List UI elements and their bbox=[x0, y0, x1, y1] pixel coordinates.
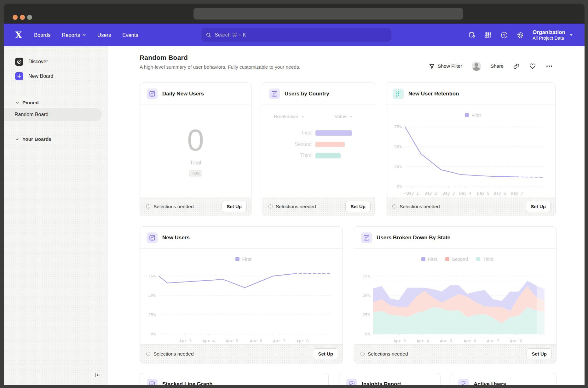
window-controls bbox=[13, 15, 32, 20]
svg-text:Day 6: Day 6 bbox=[494, 191, 506, 196]
sidebar-item-random-board[interactable]: Random Board bbox=[4, 108, 101, 121]
legend-swatch bbox=[476, 257, 480, 261]
breakdown-dropdown[interactable]: Breakdown bbox=[274, 114, 304, 119]
card-title: New Users bbox=[162, 235, 190, 241]
chevron-down-icon bbox=[15, 137, 19, 141]
share-button[interactable]: Share bbox=[491, 63, 504, 69]
svg-text:0%: 0% bbox=[397, 184, 402, 189]
line-chart-icon bbox=[147, 232, 158, 243]
set-up-button[interactable]: Set Up bbox=[527, 348, 552, 359]
svg-text:Day 5: Day 5 bbox=[477, 191, 489, 196]
status-ring-icon bbox=[146, 352, 150, 356]
svg-text:0%: 0% bbox=[365, 332, 370, 336]
new-users-line-chart: 75%50%25%0%Apr 3Apr 4Apr 5Apr 6Apr 7Apr … bbox=[144, 262, 337, 345]
org-switcher[interactable]: Organization All Project Data bbox=[533, 29, 573, 41]
window-minimize-button[interactable] bbox=[20, 15, 25, 20]
svg-text:Apr 8: Apr 8 bbox=[510, 339, 522, 343]
mixpanel-logo[interactable]: X bbox=[14, 30, 23, 40]
retention-line-chart: 75%50%25%0%<Day 1Day 2Day 3Day 4Day 5Day… bbox=[390, 118, 550, 197]
status-ring-icon bbox=[360, 352, 365, 356]
avatar[interactable] bbox=[472, 61, 481, 71]
svg-text:Day 1: Day 1 bbox=[406, 191, 419, 196]
svg-text:75%: 75% bbox=[395, 124, 402, 129]
apps-grid-icon[interactable] bbox=[484, 31, 492, 39]
country-row: Third bbox=[262, 153, 375, 158]
value-dropdown[interactable]: Value bbox=[335, 114, 353, 119]
collapse-sidebar-icon[interactable] bbox=[93, 371, 101, 379]
svg-text:Day 7: Day 7 bbox=[511, 191, 523, 196]
sidebar-item-new-board[interactable]: New Board bbox=[15, 69, 108, 83]
svg-text:?: ? bbox=[503, 33, 505, 37]
org-project-scope: All Project Data bbox=[533, 36, 565, 41]
svg-text:Apr 7: Apr 7 bbox=[273, 339, 285, 343]
status-selections-needed: Selections needed bbox=[392, 204, 440, 209]
data-management-icon[interactable] bbox=[468, 31, 476, 39]
legend-swatch bbox=[235, 257, 239, 261]
nav-item-events[interactable]: Events bbox=[122, 32, 138, 38]
card-new-users: New Users First 75%50%25%0%Apr 3Apr 4Apr… bbox=[140, 226, 343, 363]
svg-text:Apr 6: Apr 6 bbox=[464, 339, 476, 343]
browser-window: X Boards Reports Users Events bbox=[4, 4, 585, 385]
card-title: Users Broken Down By State bbox=[377, 235, 450, 241]
window-zoom-button[interactable] bbox=[27, 15, 32, 20]
nav-item-boards[interactable]: Boards bbox=[34, 32, 50, 38]
svg-text:Day 4: Day 4 bbox=[459, 191, 471, 196]
help-icon[interactable]: ? bbox=[500, 31, 508, 39]
svg-text:25%: 25% bbox=[363, 312, 370, 317]
search-input[interactable] bbox=[215, 32, 386, 38]
svg-text:50%: 50% bbox=[148, 293, 156, 298]
sidebar: Discover New Board Pinned Random Board Y… bbox=[4, 46, 108, 385]
set-up-button[interactable]: Set Up bbox=[313, 348, 338, 359]
primary-nav: Boards Reports Users Events bbox=[34, 32, 138, 38]
metric-value: 0 bbox=[187, 125, 204, 155]
copy-link-icon[interactable] bbox=[513, 63, 520, 70]
card-title: Users by Country bbox=[285, 91, 329, 97]
status-selections-needed: Selections needed bbox=[146, 351, 194, 357]
nav-item-reports[interactable]: Reports bbox=[62, 32, 86, 38]
favorite-heart-icon[interactable] bbox=[529, 63, 536, 70]
board-actions: Show Filter Share bbox=[429, 61, 553, 71]
more-options-icon[interactable] bbox=[545, 62, 553, 70]
value-bar bbox=[315, 153, 341, 158]
svg-text:Apr 5: Apr 5 bbox=[440, 339, 452, 343]
line-chart-icon bbox=[147, 88, 158, 99]
show-filter-button[interactable]: Show Filter bbox=[429, 63, 462, 69]
svg-text:Apr 3: Apr 3 bbox=[394, 339, 406, 343]
status-selections-needed: Selections needed bbox=[268, 204, 316, 209]
line-chart-icon bbox=[361, 232, 372, 243]
chevron-down-icon bbox=[349, 115, 353, 118]
set-up-button[interactable]: Set Up bbox=[345, 201, 371, 212]
card-users-by-state: Users Broken Down By State First Second … bbox=[354, 226, 556, 363]
global-search[interactable] bbox=[201, 28, 391, 42]
svg-text:Day 2: Day 2 bbox=[424, 191, 437, 196]
stacked-area-chart: 75%50%25%0%Apr 3Apr 4Apr 5Apr 6Apr 7Apr … bbox=[359, 262, 550, 345]
status-ring-icon bbox=[268, 204, 273, 208]
svg-text:25%: 25% bbox=[395, 164, 402, 169]
browser-url-bar[interactable] bbox=[193, 8, 463, 20]
svg-text:Apr 3: Apr 3 bbox=[179, 339, 192, 343]
card-title: Stacked Line Graph bbox=[162, 381, 213, 385]
metric-delta-badge: ↑0% bbox=[189, 170, 202, 177]
svg-text:75%: 75% bbox=[363, 274, 370, 278]
value-bar bbox=[315, 142, 345, 147]
sidebar-item-discover[interactable]: Discover bbox=[15, 54, 108, 69]
status-ring-icon bbox=[146, 204, 150, 208]
line-chart-icon bbox=[147, 379, 158, 385]
sidebar-section-pinned[interactable]: Pinned bbox=[15, 97, 108, 108]
svg-text:Apr 6: Apr 6 bbox=[250, 339, 262, 343]
window-close-button[interactable] bbox=[13, 15, 18, 20]
line-chart-icon bbox=[458, 379, 469, 385]
status-selections-needed: Selections needed bbox=[360, 351, 408, 357]
svg-text:25%: 25% bbox=[148, 312, 156, 317]
set-up-button[interactable]: Set Up bbox=[526, 201, 551, 212]
set-up-button[interactable]: Set Up bbox=[222, 201, 247, 212]
sidebar-section-your-boards[interactable]: Your Boards bbox=[15, 134, 108, 145]
chevron-down-icon bbox=[15, 101, 19, 105]
line-chart-icon bbox=[269, 88, 280, 99]
card-new-user-retention: New User Retention First 75%50%25%0%<Day… bbox=[386, 83, 556, 216]
svg-text:Apr 8: Apr 8 bbox=[296, 339, 308, 343]
card-title: Daily New Users bbox=[162, 91, 204, 97]
legend-swatch bbox=[445, 257, 449, 261]
nav-item-users[interactable]: Users bbox=[97, 32, 111, 38]
settings-gear-icon[interactable] bbox=[516, 31, 524, 39]
